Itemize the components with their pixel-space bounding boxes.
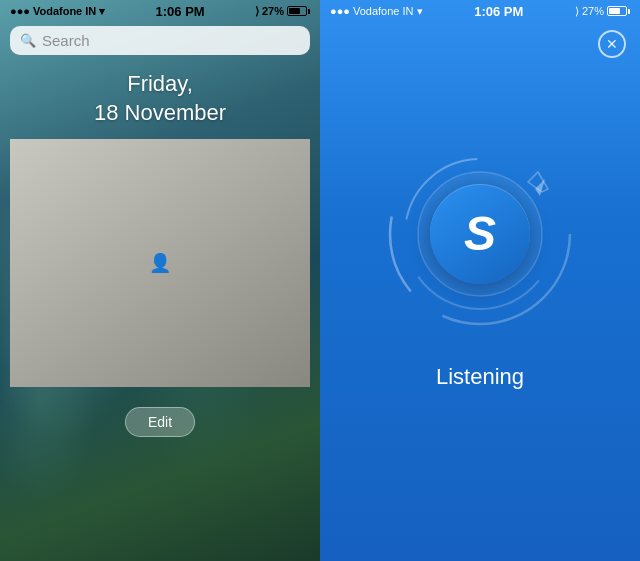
shazam-widget: S SHAZAM Show Less S Touch to Shazam 📷 🔍… <box>10 139 310 386</box>
right-battery-icon <box>607 6 630 16</box>
date-line2: 18 November <box>0 99 320 128</box>
right-battery-area: ⟩ 27% <box>575 5 630 18</box>
close-button[interactable]: ✕ <box>598 30 626 58</box>
status-bar-right: ●●● Vodafone IN ▾ 1:06 PM ⟩ 27% <box>320 0 640 22</box>
left-panel: ●●● Vodafone IN ▾ 1:06 PM ⟩ 27% 🔍 Search… <box>0 0 320 561</box>
time-display: 1:06 PM <box>156 4 205 19</box>
right-carrier-info: ●●● Vodafone IN ▾ <box>330 5 423 18</box>
date-display: Friday, 18 November <box>0 70 320 127</box>
carrier-info: ●●● Vodafone IN ▾ <box>10 5 105 18</box>
right-carrier-name: Vodafone IN <box>353 5 414 17</box>
right-wifi-icon: ▾ <box>417 5 423 18</box>
right-panel: ●●● Vodafone IN ▾ 1:06 PM ⟩ 27% ✕ <box>320 0 640 561</box>
carrier-name: Vodafone IN <box>33 5 96 17</box>
signal-icon: ●●● <box>10 5 30 17</box>
shazam-rings: S <box>380 134 580 334</box>
search-placeholder: Search <box>42 32 90 49</box>
right-battery-pct: 27% <box>582 5 604 17</box>
right-location-icon: ⟩ <box>575 5 579 18</box>
edit-button[interactable]: Edit <box>125 407 195 437</box>
search-bar[interactable]: 🔍 Search <box>10 26 310 55</box>
status-bar-left: ●●● Vodafone IN ▾ 1:06 PM ⟩ 27% <box>0 0 320 22</box>
battery-icon <box>287 6 310 16</box>
album-grid: 🦌 Salah Beli PengendaraBikin VlogGazella… <box>22 267 298 374</box>
shazam-main-logo[interactable]: S <box>430 184 530 284</box>
right-signal-icon: ●●● <box>330 5 350 17</box>
album-item-4[interactable]: 👤 Send MyLove (To Adele <box>234 267 299 374</box>
date-line1: Friday, <box>0 70 320 99</box>
listening-container: S Listening <box>380 22 580 561</box>
album-cover-4: 👤 <box>236 267 296 327</box>
right-time: 1:06 PM <box>474 4 523 19</box>
edit-button-wrap: Edit <box>0 407 320 437</box>
right-status: ⟩ 27% <box>255 5 310 18</box>
battery-pct: 27% <box>262 5 284 17</box>
shazam-main-s-letter: S <box>464 210 496 258</box>
close-icon: ✕ <box>606 36 618 52</box>
location-icon: ⟩ <box>255 5 259 18</box>
listening-text: Listening <box>436 364 524 390</box>
wifi-icon: ▾ <box>99 5 105 18</box>
search-icon: 🔍 <box>20 33 36 48</box>
